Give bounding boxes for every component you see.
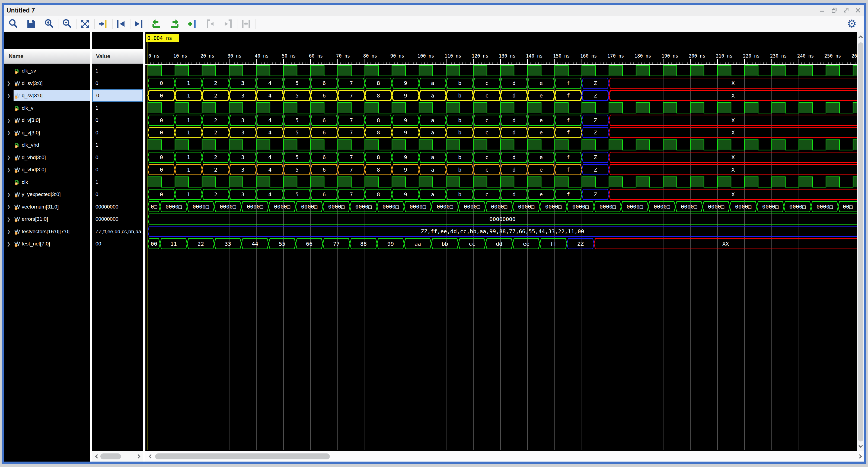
title-bar[interactable]: Untitled 7 [4,5,864,16]
expand-chevron-icon[interactable]: ❯ [4,130,13,135]
svg-text:5: 5 [296,80,299,86]
signal-row-d_vhd[3:0][interactable]: ❯vd_vhd[3:0] [4,151,90,164]
signal-value-q_vhd[3:0][interactable]: 0 [92,164,143,176]
signal-value-y_yexpected[3:0][interactable]: 0 [92,188,143,201]
wave-hscrollbar-thumb[interactable] [155,454,330,459]
svg-text:0000□: 0000□ [735,203,751,210]
signal-value-clk_sv[interactable]: 1 [92,65,143,77]
bus-signal-icon: v [13,203,22,210]
next-transition-button[interactable] [133,18,145,30]
svg-text:3: 3 [241,167,244,173]
values-hscrollbar-thumb[interactable] [100,454,121,459]
signal-row-q_v[3:0][interactable]: ❯vq_v[3:0] [4,126,90,139]
signal-value-test_net[7:0][interactable]: 00 [92,238,143,250]
scroll-right-icon[interactable] [135,454,142,459]
scroll-right-icon[interactable] [857,454,863,459]
svg-text:4: 4 [268,154,272,160]
signal-row-clk_vhd[interactable]: vclk_vhd [4,139,90,151]
expand-chevron-icon[interactable]: ❯ [4,81,13,86]
signal-value-d_vhd[3:0][interactable]: 0 [92,151,143,164]
signal-value-clk[interactable]: 1 [92,176,143,188]
signal-values-panel[interactable]: 100100100100000000000000000ZZ,ff,ee,dd,c… [92,32,143,451]
scroll-left-icon[interactable] [148,454,154,459]
bus-signal-icon: v [13,166,22,173]
signal-row-clk[interactable]: vclk [4,176,90,188]
signal-value-clk_vhd[interactable]: 1 [92,139,143,151]
wave-horizontal-scrollbar[interactable] [145,451,864,462]
expand-chevron-icon[interactable]: ❯ [4,241,13,246]
svg-text:10 ns: 10 ns [173,53,187,59]
float-button[interactable] [842,7,849,14]
next-marker-button[interactable] [222,18,235,30]
previous-marker-button[interactable] [205,18,216,30]
signal-row-clk_sv[interactable]: vclk_sv [4,65,90,77]
expand-chevron-icon[interactable]: ❯ [4,204,13,209]
scroll-left-icon[interactable] [94,454,100,459]
wave-vscrollbar-thumb[interactable] [858,42,863,441]
expand-chevron-icon[interactable]: ❯ [4,229,13,234]
signal-row-test_net[7:0][interactable]: ❯vtest_net[7:0] [4,238,90,250]
signal-value-q_v[3:0][interactable]: 0 [92,126,143,139]
svg-text:40 ns: 40 ns [255,53,269,59]
value-column-header[interactable]: Value [92,49,143,64]
signal-row-errors[31:0][interactable]: ❯verrors[31:0] [4,213,90,225]
svg-text:0000□: 0000□ [437,203,453,210]
signal-row-vectornum[31:0][interactable]: ❯vvectornum[31:0] [4,201,90,213]
close-button[interactable] [855,7,862,14]
values-horizontal-scrollbar[interactable] [92,451,143,462]
bus-signal-icon: v [13,191,22,198]
signal-row-clk_v[interactable]: vclk_v [4,102,90,114]
swap-previous-cursor-button[interactable] [151,18,163,30]
scroll-up-icon[interactable] [858,34,864,40]
minimize-button[interactable] [818,7,826,14]
values-wave-splitter[interactable] [143,32,145,462]
expand-chevron-icon[interactable]: ❯ [4,192,13,197]
add-marker-button[interactable] [187,18,198,30]
go-to-time-cursor-button[interactable] [97,18,109,30]
name-column-header[interactable]: Name [4,49,90,64]
expand-chevron-icon[interactable]: ❯ [4,155,13,160]
svg-text:f: f [567,167,570,173]
svg-text:2: 2 [214,191,217,198]
names-values-splitter[interactable] [90,32,92,462]
toolbar-separator [59,19,59,29]
restore-button[interactable] [831,7,838,14]
signal-row-d_sv[3:0][interactable]: ❯vd_sv[3:0] [4,77,90,90]
expand-chevron-icon[interactable]: ❯ [4,93,13,98]
signal-row-testvectors[16:0][7:0][interactable]: ❯vtestvectors[16:0][7:0] [4,225,90,238]
search-button[interactable] [8,18,20,30]
settings-gear-icon[interactable]: ⚙ [847,17,857,30]
save-waveform-button[interactable] [26,18,37,30]
signal-name: testvectors[16:0][7:0] [22,229,69,235]
signal-row-y_yexpected[3:0][interactable]: ❯vy_yexpected[3:0] [4,188,90,201]
waveform-canvas[interactable]: 0 ns10 ns20 ns30 ns40 ns50 ns60 ns70 ns8… [145,32,857,451]
signal-names-panel[interactable]: vclk_sv❯vd_sv[3:0]❯vq_sv[3:0]vclk_v❯vd_v… [4,32,90,462]
wave-vertical-scrollbar[interactable] [857,32,864,451]
signal-value-d_sv[3:0][interactable]: 0 [92,77,143,90]
zoom-in-button[interactable] [43,18,55,30]
svg-text:0000□: 0000□ [301,203,317,210]
svg-text:1: 1 [187,191,190,198]
scroll-down-icon[interactable] [858,443,864,449]
svg-text:5: 5 [296,129,299,136]
expand-chevron-icon[interactable]: ❯ [4,217,13,222]
previous-transition-button[interactable] [115,18,127,30]
svg-text:5: 5 [296,92,299,99]
signal-value-clk_v[interactable]: 1 [92,102,143,114]
svg-text:0: 0 [160,129,163,136]
signal-row-q_vhd[3:0][interactable]: ❯vq_vhd[3:0] [4,164,90,176]
signal-value-testvectors[16:0][7:0][interactable]: ZZ,ff,ee,dd,cc,bb,aa,99,88,77,66,55,44,3… [92,225,143,238]
signal-value-vectornum[31:0][interactable]: 00000000 [92,201,143,213]
zoom-out-button[interactable] [61,18,73,30]
signal-row-d_v[3:0][interactable]: ❯vd_v[3:0] [4,114,90,126]
swap-cursors-button[interactable] [240,18,252,30]
signal-row-q_sv[3:0][interactable]: ❯vq_sv[3:0] [4,89,90,102]
signal-value-d_v[3:0][interactable]: 0 [92,114,143,126]
swap-next-cursor-button[interactable] [169,18,181,30]
signal-value-errors[31:0][interactable]: 00000000 [92,213,143,225]
expand-chevron-icon[interactable]: ❯ [4,118,13,123]
signal-label-area: vq_v[3:0] [13,127,90,138]
signal-value-q_sv[3:0][interactable]: 0 [92,89,143,102]
expand-chevron-icon[interactable]: ❯ [4,167,13,172]
zoom-fit-button[interactable] [79,18,91,30]
